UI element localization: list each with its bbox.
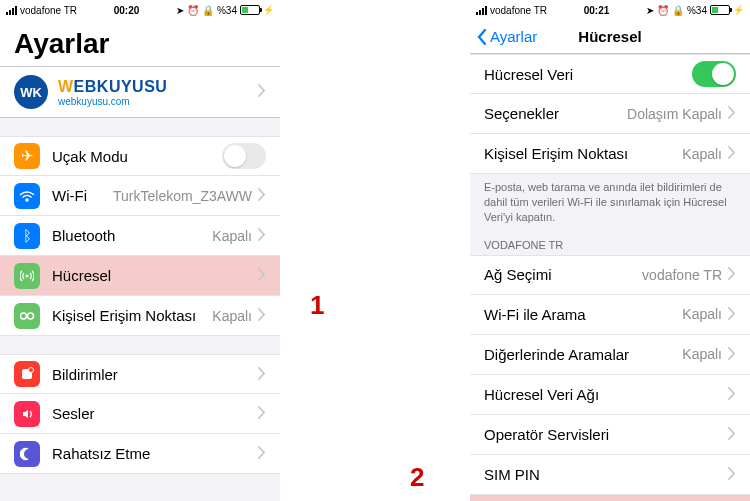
row-notifications[interactable]: Bildirimler [0,354,280,394]
moon-icon [14,441,40,467]
chevron-right-icon [258,405,266,422]
footer-note: E-posta, web tarama ve anında ilet bildi… [470,174,750,229]
lock-icon: 🔒 [202,5,214,16]
lock-icon: 🔒 [672,5,684,16]
row-dnd[interactable]: Rahatsız Etme [0,434,280,474]
chevron-right-icon [258,267,266,284]
row-apn[interactable]: Hücresel Veri Ağı [470,375,750,415]
hotspot-icon [14,303,40,329]
battery-label: %34 [687,5,707,16]
phone-cellular: vodafone TR 00:21 ➤ ⏰ 🔒 %34 ⚡ Ayarlar Hü… [470,0,750,501]
signal-icon [476,6,487,15]
chevron-right-icon [258,227,266,244]
chevron-right-icon [258,187,266,204]
row-personal-hotspot[interactable]: Kişisel Erişim Noktası Kapalı [470,134,750,174]
row-cellular[interactable]: Hücresel [0,256,280,296]
chevron-right-icon [728,426,736,443]
wifi-icon [14,183,40,209]
carrier-label: vodafone TR [20,5,77,16]
chevron-right-icon [728,306,736,323]
svg-point-0 [26,274,29,277]
svg-point-2 [28,313,34,319]
chevron-right-icon [258,83,266,101]
chevron-right-icon [728,386,736,403]
row-airplane-mode[interactable]: ✈︎ Uçak Modu [0,136,280,176]
cellular-icon [14,263,40,289]
chevron-right-icon [728,145,736,162]
chevron-right-icon [728,266,736,283]
row-sim-applications[interactable]: SIM Uygulamaları [470,495,750,501]
cellular-data-toggle[interactable] [692,61,736,87]
row-wifi[interactable]: Wi-Fi TurkTelekom_Z3AWW [0,176,280,216]
battery-label: %34 [217,5,237,16]
airplane-icon: ✈︎ [14,143,40,169]
row-bluetooth[interactable]: ᛒ Bluetooth Kapalı [0,216,280,256]
chevron-right-icon [728,105,736,122]
row-options[interactable]: Seçenekler Dolaşım Kapalı [470,94,750,134]
nav-title: Hücresel [578,28,641,45]
promo-brand: WEBKUYUSU webkuyusu.com [58,78,167,107]
svg-point-1 [21,313,27,319]
row-network-selection[interactable]: Ağ Seçimi vodafone TR [470,255,750,295]
annotation-gap: 1 2 [280,0,470,501]
alarm-icon: ⏰ [187,5,199,16]
phone-settings: vodafone TR 00:20 ➤ ⏰ 🔒 %34 ⚡ Ayarlar WK… [0,0,280,501]
annotation-1: 1 [310,290,324,321]
nav-bar: Ayarlar Hücresel [470,20,750,54]
battery-icon [240,5,260,15]
chevron-right-icon [258,445,266,462]
row-wifi-calling[interactable]: Wi-Fi ile Arama Kapalı [470,295,750,335]
row-carrier-services[interactable]: Operatör Servisleri [470,415,750,455]
airplane-toggle[interactable] [222,143,266,169]
chevron-right-icon [728,346,736,363]
row-sim-pin[interactable]: SIM PIN [470,455,750,495]
bluetooth-icon: ᛒ [14,223,40,249]
battery-icon [710,5,730,15]
chevron-right-icon [728,466,736,483]
back-button[interactable]: Ayarlar [476,28,537,46]
row-hotspot[interactable]: Kişisel Erişim Noktası Kapalı [0,296,280,336]
status-bar: vodafone TR 00:21 ➤ ⏰ 🔒 %34 ⚡ [470,0,750,20]
status-bar: vodafone TR 00:20 ➤ ⏰ 🔒 %34 ⚡ [0,0,280,20]
charging-icon: ⚡ [733,5,744,15]
clock: 00:21 [584,5,610,16]
page-title: Ayarlar [0,20,280,66]
annotation-2: 2 [410,462,424,493]
svg-point-4 [29,368,34,373]
signal-icon [6,6,17,15]
section-header: VODAFONE TR [470,229,750,255]
location-icon: ➤ [646,5,654,16]
webkuyusu-logo-icon: WK [14,75,48,109]
charging-icon: ⚡ [263,5,274,15]
notifications-icon [14,361,40,387]
clock: 00:20 [114,5,140,16]
chevron-right-icon [258,366,266,383]
row-calls-on-other[interactable]: Diğerlerinde Aramalar Kapalı [470,335,750,375]
row-cellular-data[interactable]: Hücresel Veri [470,54,750,94]
row-sounds[interactable]: Sesler [0,394,280,434]
carrier-label: vodafone TR [490,5,547,16]
chevron-right-icon [258,307,266,324]
alarm-icon: ⏰ [657,5,669,16]
sounds-icon [14,401,40,427]
location-icon: ➤ [176,5,184,16]
promo-row[interactable]: WK WEBKUYUSU webkuyusu.com [0,66,280,118]
